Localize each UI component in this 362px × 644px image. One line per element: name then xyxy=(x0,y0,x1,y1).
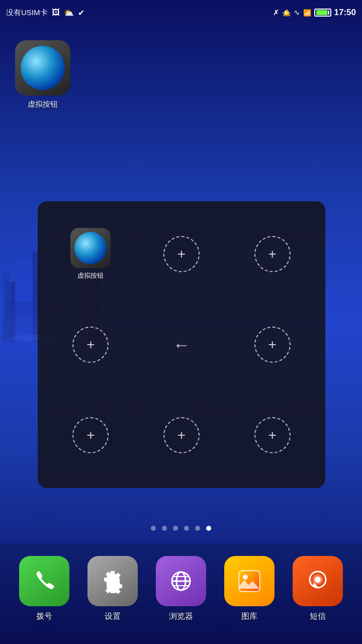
cloud-icon: ⛅ xyxy=(64,8,74,18)
status-left: 没有USIM卡 🖼 ⛅ ✔ xyxy=(6,8,84,18)
plus-icon-7: + xyxy=(268,428,276,442)
svg-point-22 xyxy=(315,577,321,583)
plus-icon-4: + xyxy=(268,338,276,352)
panel-add-4[interactable]: + xyxy=(229,302,315,387)
panel-sphere xyxy=(74,232,107,264)
add-button-1[interactable]: + xyxy=(163,236,200,272)
wifi-icon: ∿ xyxy=(294,8,300,17)
battery-icon xyxy=(314,9,331,17)
panel-add-3[interactable]: + xyxy=(48,302,134,387)
panel-app-label: 虚拟按钮 xyxy=(77,271,104,280)
svg-point-19 xyxy=(243,575,248,580)
dock-item-settings[interactable]: 设置 xyxy=(87,556,138,622)
panel-cell-app[interactable]: 虚拟按钮 xyxy=(48,211,134,297)
page-dot-1[interactable] xyxy=(151,526,156,531)
image-icon: 🖼 xyxy=(52,8,60,17)
dock-item-sms[interactable]: 短信 xyxy=(293,556,343,622)
desktop-app-icon[interactable] xyxy=(15,40,70,96)
dock-item-phone[interactable]: 拨号 xyxy=(19,556,69,622)
bluetooth-icon: ✗ xyxy=(273,8,280,17)
settings-icon[interactable] xyxy=(87,556,138,606)
time-display: 17:50 xyxy=(334,8,356,18)
phone-label: 拨号 xyxy=(36,611,52,622)
panel-add-5[interactable]: + xyxy=(48,392,134,478)
add-button-6[interactable]: + xyxy=(163,417,200,453)
plus-icon-5: + xyxy=(86,428,95,442)
sphere-icon xyxy=(21,46,65,90)
sphere-icon-background xyxy=(15,40,70,96)
add-button-4[interactable]: + xyxy=(254,327,291,363)
settings-label: 设置 xyxy=(105,611,121,622)
gallery-icon[interactable] xyxy=(224,556,275,606)
dock: 拨号 设置 浏览器 xyxy=(0,543,362,644)
page-dot-2[interactable] xyxy=(162,526,167,531)
carrier-text: 没有USIM卡 xyxy=(6,8,48,18)
desktop-app-virtual-button[interactable]: 虚拟按钮 xyxy=(15,40,70,109)
panel-add-1[interactable]: + xyxy=(139,211,225,297)
add-button-5[interactable]: + xyxy=(72,417,109,453)
back-arrow-icon[interactable]: ← xyxy=(173,335,190,355)
plus-icon-2: + xyxy=(268,247,276,261)
page-dot-4[interactable] xyxy=(184,526,189,531)
dock-item-gallery[interactable]: 图库 xyxy=(224,556,275,622)
gallery-label: 图库 xyxy=(241,611,257,622)
plus-icon-3: + xyxy=(86,338,95,352)
overlay-panel: 虚拟按钮 + + + ← + + + xyxy=(38,201,325,488)
status-bar: 没有USIM卡 🖼 ⛅ ✔ ✗ 🔔 ∿ 📶 17:50 xyxy=(0,0,362,25)
status-right: ✗ 🔔 ∿ 📶 17:50 xyxy=(273,8,356,18)
browser-label: 浏览器 xyxy=(169,611,193,622)
page-dot-5[interactable] xyxy=(195,526,200,531)
sms-label: 短信 xyxy=(310,611,326,622)
panel-add-2[interactable]: + xyxy=(229,211,315,297)
add-button-3[interactable]: + xyxy=(72,327,109,363)
page-indicators xyxy=(0,526,362,531)
panel-back[interactable]: ← xyxy=(139,302,225,387)
panel-add-6[interactable]: + xyxy=(139,392,225,478)
dock-item-browser[interactable]: 浏览器 xyxy=(156,556,206,622)
panel-app-icon[interactable] xyxy=(70,228,111,268)
desktop-app-label: 虚拟按钮 xyxy=(28,100,58,109)
browser-icon[interactable] xyxy=(156,556,206,606)
panel-sphere-bg xyxy=(70,228,111,268)
plus-icon-1: + xyxy=(177,247,186,261)
add-button-2[interactable]: + xyxy=(254,236,291,272)
mute-icon: 🔔 xyxy=(283,9,291,17)
page-dot-6[interactable] xyxy=(206,526,211,531)
phone-icon[interactable] xyxy=(19,556,69,606)
sms-icon[interactable] xyxy=(293,556,343,606)
add-button-7[interactable]: + xyxy=(254,417,291,453)
page-dot-3[interactable] xyxy=(173,526,178,531)
check-icon: ✔ xyxy=(78,8,84,18)
signal-icon: 📶 xyxy=(303,9,311,17)
panel-add-7[interactable]: + xyxy=(229,392,315,478)
plus-icon-6: + xyxy=(177,428,186,442)
